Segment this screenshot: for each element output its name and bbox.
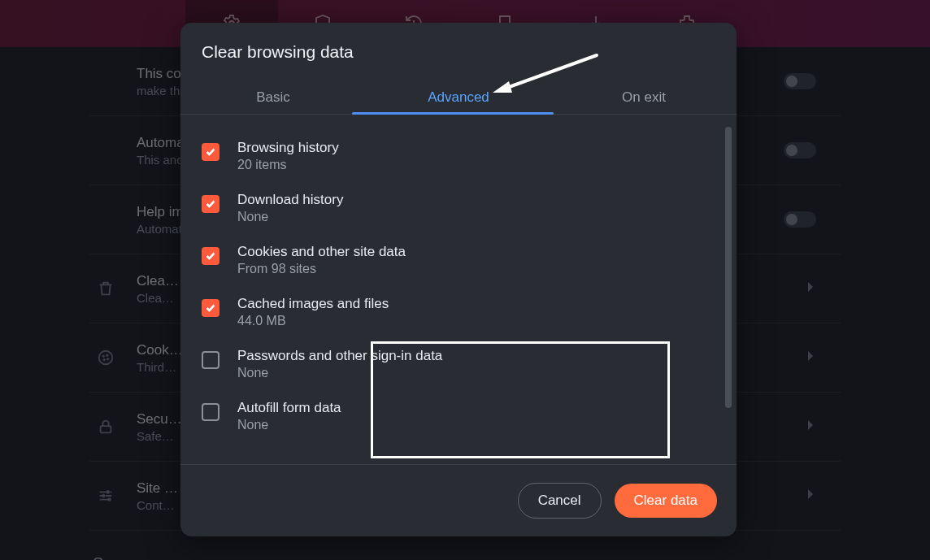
tab-advanced[interactable]: Advanced (366, 81, 551, 114)
checkbox-passwords[interactable] (202, 351, 219, 369)
checkbox-browsing[interactable] (202, 143, 219, 161)
item-label: Autofill form data (237, 400, 341, 416)
clear-item-autofill: Autofill form dataNone (202, 393, 715, 445)
dialog-tabs: Basic Advanced On exit (180, 81, 737, 115)
item-detail: 20 items (237, 158, 339, 172)
item-detail: None (237, 418, 341, 432)
clear-data-button[interactable]: Clear data (615, 484, 717, 518)
item-label: Cached images and files (237, 296, 389, 312)
clear-item-browsing: Browsing history20 items (202, 133, 715, 185)
checkbox-download[interactable] (202, 195, 219, 213)
dialog-footer: Cancel Clear data (180, 464, 737, 536)
tab-underline (352, 112, 554, 115)
checkbox-cache[interactable] (202, 299, 219, 317)
clear-item-passwords: Passwords and other sign-in dataNone (202, 341, 715, 393)
item-label: Download history (237, 192, 343, 208)
checkbox-cookies[interactable] (202, 247, 219, 265)
clear-item-download: Download historyNone (202, 185, 715, 237)
dialog-scrollbar[interactable] (725, 127, 732, 408)
checkbox-autofill[interactable] (202, 403, 219, 421)
clear-browsing-data-dialog: Clear browsing data Basic Advanced On ex… (180, 23, 737, 536)
item-label: Browsing history (237, 140, 339, 156)
tab-on-exit[interactable]: On exit (551, 81, 737, 114)
item-detail: From 98 sites (237, 262, 406, 276)
item-detail: 44.0 MB (237, 314, 389, 328)
item-label: Cookies and other site data (237, 244, 406, 260)
tab-basic[interactable]: Basic (180, 81, 366, 114)
cancel-button[interactable]: Cancel (518, 483, 602, 519)
clear-item-cache: Cached images and files44.0 MB (202, 289, 715, 341)
item-label: Passwords and other sign-in data (237, 348, 442, 364)
item-detail: None (237, 366, 442, 380)
dialog-body: Browsing history20 itemsDownload history… (180, 119, 737, 457)
item-detail: None (237, 210, 343, 224)
dialog-title: Clear browsing data (202, 42, 354, 62)
clear-item-cookies: Cookies and other site dataFrom 98 sites (202, 237, 715, 289)
